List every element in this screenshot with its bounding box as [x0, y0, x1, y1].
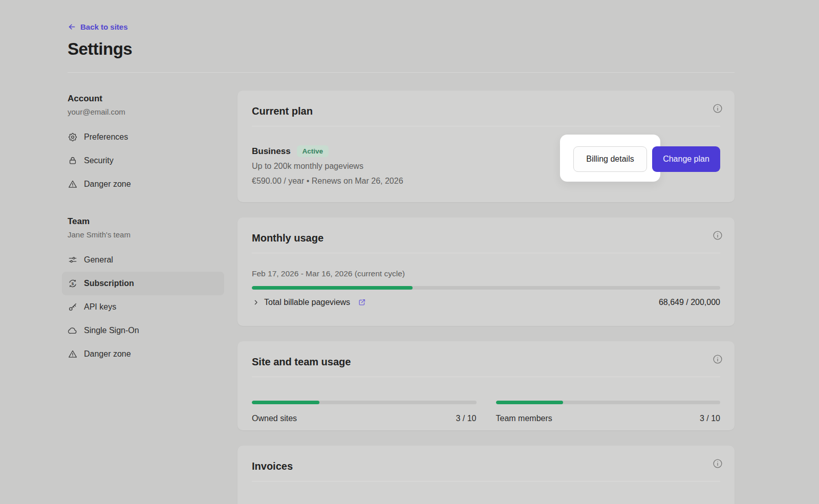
sidebar-item-label: Security: [84, 156, 114, 165]
owned-sites-progress-bar: [252, 401, 477, 404]
team-members-value: 3 / 10: [700, 414, 720, 423]
card-divider: [252, 377, 720, 377]
site-team-usage-card: Site and team usage Owned sites 3 / 10: [238, 341, 735, 430]
sidebar-item-label: General: [84, 255, 113, 265]
team-heading: Team: [68, 216, 224, 227]
team-members-label: Team members: [496, 414, 552, 423]
back-link-label: Back to sites: [80, 23, 128, 31]
invoices-title: Invoices: [252, 446, 720, 473]
billing-details-button[interactable]: Billing details: [573, 146, 647, 172]
owned-sites-meter: Owned sites 3 / 10: [252, 393, 477, 423]
monthly-usage-card: Monthly usage Feb 17, 2026 - Mar 16, 202…: [238, 217, 735, 326]
sidebar-item-general[interactable]: General: [62, 248, 224, 272]
sidebar-item-account-danger-zone[interactable]: Danger zone: [62, 172, 224, 196]
team-members-progress-bar: [496, 401, 721, 404]
warning-triangle-icon: [68, 179, 78, 189]
invoices-card: Invoices: [238, 446, 735, 504]
chevron-right-icon: [252, 298, 260, 306]
gear-icon: [68, 132, 78, 142]
current-plan-card: Current plan Business Active Up to 200k …: [238, 91, 735, 202]
plan-name: Business: [252, 146, 291, 157]
owned-sites-value: 3 / 10: [456, 414, 476, 423]
sidebar-item-label: Single Sign-On: [84, 326, 139, 335]
sidebar-item-label: Danger zone: [84, 349, 131, 359]
team-name: Jane Smith's team: [68, 230, 224, 239]
info-icon[interactable]: [712, 354, 723, 365]
sidebar-item-security[interactable]: Security: [62, 149, 224, 172]
lock-icon: [68, 156, 78, 166]
sidebar-item-label: API keys: [84, 302, 116, 312]
info-icon[interactable]: [712, 103, 723, 114]
sidebar-section-account: Account your@email.com Preferences Secur…: [68, 94, 224, 196]
sliders-icon: [68, 255, 78, 265]
sidebar-item-api-keys[interactable]: API keys: [62, 295, 224, 319]
pageviews-progress-fill: [252, 286, 413, 290]
card-divider: [252, 481, 720, 481]
monthly-usage-title: Monthly usage: [252, 217, 720, 245]
page-title: Settings: [68, 39, 735, 59]
svg-text:$: $: [72, 281, 74, 286]
pageviews-row-label: Total billable pageviews: [264, 298, 350, 307]
account-email: your@email.com: [68, 107, 224, 116]
external-link-icon: [357, 298, 367, 307]
sidebar-item-preferences[interactable]: Preferences: [62, 125, 224, 149]
settings-main: Current plan Business Active Up to 200k …: [238, 91, 735, 504]
pageviews-progress-bar: [252, 286, 720, 290]
account-heading: Account: [68, 94, 224, 104]
sidebar-item-label: Subscription: [84, 279, 134, 288]
sidebar-item-subscription[interactable]: $ Subscription: [62, 272, 224, 295]
sidebar-item-label: Danger zone: [84, 180, 131, 189]
owned-sites-label: Owned sites: [252, 414, 297, 423]
cloud-icon: [68, 325, 78, 336]
card-divider: [252, 126, 720, 126]
current-plan-title: Current plan: [252, 91, 720, 118]
change-plan-button[interactable]: Change plan: [652, 146, 720, 172]
status-badge: Active: [297, 145, 329, 158]
warning-triangle-icon: [68, 349, 78, 359]
sidebar-item-team-danger-zone[interactable]: Danger zone: [62, 342, 224, 366]
site-team-usage-title: Site and team usage: [252, 341, 720, 369]
team-members-progress-fill: [496, 401, 564, 404]
dollar-refresh-icon: $: [68, 278, 78, 289]
info-icon[interactable]: [712, 458, 723, 469]
card-divider: [252, 253, 720, 253]
header-divider: [68, 72, 735, 73]
info-icon[interactable]: [712, 230, 723, 241]
owned-sites-progress-fill: [252, 401, 319, 404]
team-members-meter: Team members 3 / 10: [496, 393, 721, 423]
total-billable-pageviews-toggle[interactable]: Total billable pageviews: [252, 298, 367, 307]
settings-page: Back to sites Settings Account your@emai…: [0, 0, 819, 504]
sidebar-item-single-sign-on[interactable]: Single Sign-On: [62, 319, 224, 342]
back-arrow-icon: [68, 23, 76, 31]
sidebar-section-team: Team Jane Smith's team General $ Subscri…: [68, 216, 224, 366]
plan-actions: Billing details Change plan: [573, 146, 720, 172]
settings-sidebar: Account your@email.com Preferences Secur…: [68, 91, 224, 366]
pageviews-usage-value: 68,649 / 200,000: [659, 298, 720, 307]
back-to-sites-link[interactable]: Back to sites: [68, 23, 128, 31]
billing-cycle-label: Feb 17, 2026 - Mar 16, 2026 (current cyc…: [252, 269, 720, 279]
key-icon: [68, 302, 78, 312]
sidebar-item-label: Preferences: [84, 133, 128, 142]
